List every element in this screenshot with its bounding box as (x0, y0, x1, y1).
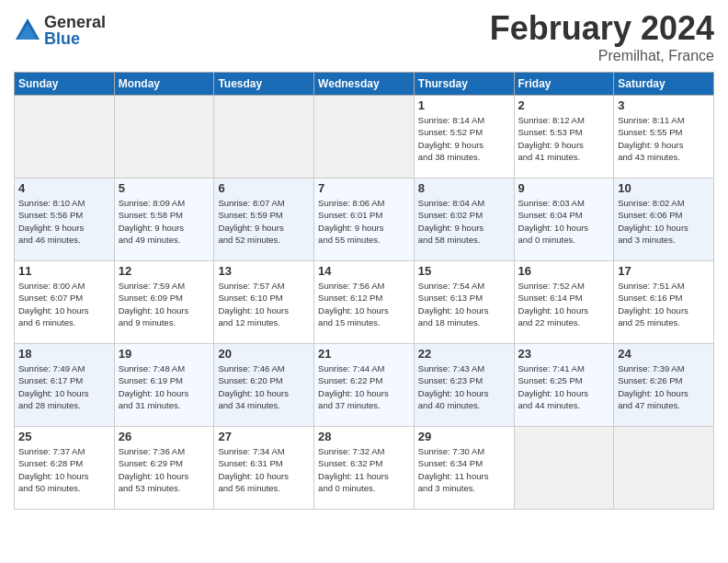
week-row-2: 4Sunrise: 8:10 AM Sunset: 5:56 PM Daylig… (15, 178, 714, 261)
column-header-saturday: Saturday (614, 73, 714, 96)
column-header-friday: Friday (514, 73, 614, 96)
column-header-thursday: Thursday (414, 73, 514, 96)
calendar-cell: 23Sunrise: 7:41 AM Sunset: 6:25 PM Dayli… (514, 344, 614, 427)
day-info: Sunrise: 7:32 AM Sunset: 6:32 PM Dayligh… (318, 445, 410, 494)
calendar-cell: 4Sunrise: 8:10 AM Sunset: 5:56 PM Daylig… (15, 178, 115, 261)
day-number: 18 (18, 347, 110, 361)
day-info: Sunrise: 8:07 AM Sunset: 5:59 PM Dayligh… (218, 197, 310, 246)
header-row: SundayMondayTuesdayWednesdayThursdayFrid… (15, 73, 714, 96)
day-number: 10 (618, 181, 710, 195)
day-number: 19 (119, 347, 210, 361)
day-number: 8 (418, 181, 510, 195)
day-info: Sunrise: 7:41 AM Sunset: 6:25 PM Dayligh… (518, 362, 610, 411)
day-number: 7 (318, 181, 410, 195)
calendar-cell (15, 96, 115, 178)
calendar-cell: 19Sunrise: 7:48 AM Sunset: 6:19 PM Dayli… (114, 344, 214, 427)
title-section: February 2024 Premilhat, France (490, 9, 714, 64)
day-number: 28 (318, 430, 410, 443)
calendar-cell: 8Sunrise: 8:04 AM Sunset: 6:02 PM Daylig… (414, 178, 514, 261)
calendar-table: SundayMondayTuesdayWednesdayThursdayFrid… (14, 72, 714, 510)
day-number: 15 (418, 264, 510, 278)
day-number: 21 (318, 347, 410, 361)
day-info: Sunrise: 7:54 AM Sunset: 6:13 PM Dayligh… (418, 280, 510, 328)
day-info: Sunrise: 7:36 AM Sunset: 6:29 PM Dayligh… (119, 445, 210, 494)
day-number: 12 (119, 264, 210, 278)
calendar-cell: 28Sunrise: 7:32 AM Sunset: 6:32 PM Dayli… (314, 427, 415, 510)
day-info: Sunrise: 7:57 AM Sunset: 6:10 PM Dayligh… (218, 280, 310, 328)
day-info: Sunrise: 8:10 AM Sunset: 5:56 PM Dayligh… (18, 197, 110, 246)
day-info: Sunrise: 7:46 AM Sunset: 6:20 PM Dayligh… (218, 362, 310, 411)
calendar-cell (514, 427, 614, 510)
day-info: Sunrise: 7:34 AM Sunset: 6:31 PM Dayligh… (218, 445, 310, 494)
calendar-cell: 15Sunrise: 7:54 AM Sunset: 6:13 PM Dayli… (414, 261, 514, 344)
day-number: 5 (119, 181, 210, 195)
day-info: Sunrise: 7:48 AM Sunset: 6:19 PM Dayligh… (119, 362, 210, 411)
calendar-cell: 22Sunrise: 7:43 AM Sunset: 6:23 PM Dayli… (414, 344, 514, 427)
logo-general-text: General (44, 14, 106, 30)
calendar-cell: 27Sunrise: 7:34 AM Sunset: 6:31 PM Dayli… (214, 427, 314, 510)
day-number: 11 (18, 264, 110, 278)
day-number: 13 (218, 264, 310, 278)
day-number: 9 (518, 181, 610, 195)
calendar-cell: 6Sunrise: 8:07 AM Sunset: 5:59 PM Daylig… (214, 178, 314, 261)
calendar-cell: 10Sunrise: 8:02 AM Sunset: 6:06 PM Dayli… (614, 178, 714, 261)
day-number: 29 (418, 430, 510, 443)
day-number: 16 (518, 264, 610, 278)
day-info: Sunrise: 8:11 AM Sunset: 5:55 PM Dayligh… (618, 114, 710, 163)
calendar-cell: 16Sunrise: 7:52 AM Sunset: 6:14 PM Dayli… (514, 261, 614, 344)
logo-blue-text: Blue (44, 30, 106, 47)
day-number: 24 (618, 347, 710, 361)
calendar-cell: 26Sunrise: 7:36 AM Sunset: 6:29 PM Dayli… (114, 427, 214, 510)
calendar-cell: 21Sunrise: 7:44 AM Sunset: 6:22 PM Dayli… (314, 344, 415, 427)
day-info: Sunrise: 7:51 AM Sunset: 6:16 PM Dayligh… (618, 280, 710, 328)
calendar-cell: 24Sunrise: 7:39 AM Sunset: 6:26 PM Dayli… (614, 344, 714, 427)
calendar-cell: 3Sunrise: 8:11 AM Sunset: 5:55 PM Daylig… (614, 96, 714, 178)
day-info: Sunrise: 7:49 AM Sunset: 6:17 PM Dayligh… (18, 362, 110, 411)
column-header-wednesday: Wednesday (314, 73, 415, 96)
calendar-cell: 13Sunrise: 7:57 AM Sunset: 6:10 PM Dayli… (214, 261, 314, 344)
day-number: 3 (618, 98, 710, 112)
calendar-cell: 2Sunrise: 8:12 AM Sunset: 5:53 PM Daylig… (514, 96, 614, 178)
day-number: 2 (518, 98, 610, 112)
day-number: 27 (218, 430, 310, 443)
day-info: Sunrise: 7:56 AM Sunset: 6:12 PM Dayligh… (318, 280, 410, 328)
calendar-cell: 17Sunrise: 7:51 AM Sunset: 6:16 PM Dayli… (614, 261, 714, 344)
day-info: Sunrise: 8:12 AM Sunset: 5:53 PM Dayligh… (518, 114, 610, 163)
day-info: Sunrise: 8:14 AM Sunset: 5:52 PM Dayligh… (418, 114, 510, 163)
page-header: General Blue February 2024 Premilhat, Fr… (14, 9, 714, 64)
calendar-cell: 5Sunrise: 8:09 AM Sunset: 5:58 PM Daylig… (114, 178, 214, 261)
calendar-cell: 7Sunrise: 8:06 AM Sunset: 6:01 PM Daylig… (314, 178, 415, 261)
day-info: Sunrise: 7:43 AM Sunset: 6:23 PM Dayligh… (418, 362, 510, 411)
calendar-cell: 1Sunrise: 8:14 AM Sunset: 5:52 PM Daylig… (414, 96, 514, 178)
day-info: Sunrise: 8:00 AM Sunset: 6:07 PM Dayligh… (18, 280, 110, 328)
logo: General Blue (14, 14, 106, 47)
week-row-5: 25Sunrise: 7:37 AM Sunset: 6:28 PM Dayli… (15, 427, 714, 510)
logo-icon (14, 17, 41, 44)
day-info: Sunrise: 7:52 AM Sunset: 6:14 PM Dayligh… (518, 280, 610, 328)
month-title: February 2024 (490, 9, 714, 48)
week-row-4: 18Sunrise: 7:49 AM Sunset: 6:17 PM Dayli… (15, 344, 714, 427)
week-row-1: 1Sunrise: 8:14 AM Sunset: 5:52 PM Daylig… (15, 96, 714, 178)
day-number: 26 (119, 430, 210, 443)
calendar-cell: 9Sunrise: 8:03 AM Sunset: 6:04 PM Daylig… (514, 178, 614, 261)
day-info: Sunrise: 8:06 AM Sunset: 6:01 PM Dayligh… (318, 197, 410, 246)
calendar-cell: 14Sunrise: 7:56 AM Sunset: 6:12 PM Dayli… (314, 261, 415, 344)
day-number: 4 (18, 181, 110, 195)
calendar-cell: 29Sunrise: 7:30 AM Sunset: 6:34 PM Dayli… (414, 427, 514, 510)
day-info: Sunrise: 8:03 AM Sunset: 6:04 PM Dayligh… (518, 197, 610, 246)
day-number: 14 (318, 264, 410, 278)
day-info: Sunrise: 8:09 AM Sunset: 5:58 PM Dayligh… (119, 197, 210, 246)
day-number: 17 (618, 264, 710, 278)
day-number: 25 (18, 430, 110, 443)
location: Premilhat, France (490, 48, 714, 64)
calendar-cell: 11Sunrise: 8:00 AM Sunset: 6:07 PM Dayli… (15, 261, 115, 344)
day-number: 22 (418, 347, 510, 361)
column-header-monday: Monday (114, 73, 214, 96)
day-info: Sunrise: 7:39 AM Sunset: 6:26 PM Dayligh… (618, 362, 710, 411)
calendar-cell: 20Sunrise: 7:46 AM Sunset: 6:20 PM Dayli… (214, 344, 314, 427)
week-row-3: 11Sunrise: 8:00 AM Sunset: 6:07 PM Dayli… (15, 261, 714, 344)
day-number: 1 (418, 98, 510, 112)
calendar-cell (114, 96, 214, 178)
day-info: Sunrise: 7:37 AM Sunset: 6:28 PM Dayligh… (18, 445, 110, 494)
day-info: Sunrise: 8:04 AM Sunset: 6:02 PM Dayligh… (418, 197, 510, 246)
